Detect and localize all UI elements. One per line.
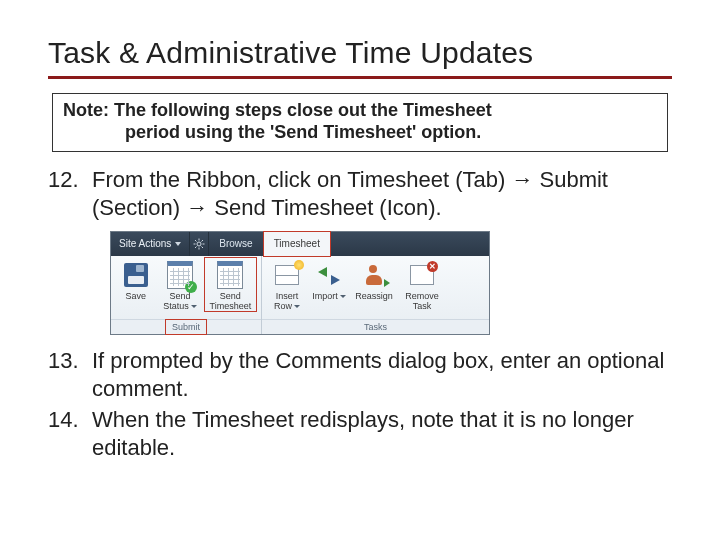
ribbon-tab-row: Site Actions Browse Timesheet bbox=[111, 232, 489, 256]
note-line-1: Note: The following steps close out the … bbox=[63, 100, 492, 120]
ribbon-screenshot: Site Actions Browse Timesheet bbox=[110, 231, 672, 335]
ribbon: Site Actions Browse Timesheet bbox=[110, 231, 490, 335]
tab-browse-label: Browse bbox=[219, 238, 252, 251]
send-status-label: Send Status bbox=[163, 292, 197, 311]
note-line-2: period using the 'Send Timesheet' option… bbox=[63, 122, 657, 144]
remove-task-label: Remove Task bbox=[405, 292, 439, 311]
floppy-icon bbox=[121, 260, 151, 290]
save-label: Save bbox=[125, 292, 146, 301]
group-submit-title: Submit bbox=[111, 319, 261, 334]
dropdown-icon bbox=[191, 305, 197, 308]
dropdown-icon bbox=[340, 295, 346, 298]
remove-task-icon: ✕ bbox=[407, 260, 437, 290]
step-number: 12. bbox=[48, 166, 92, 221]
group-submit-title-label: Submit bbox=[172, 322, 200, 332]
steps-list: 12. From the Ribbon, click on Timesheet … bbox=[48, 166, 672, 461]
send-timesheet-button[interactable]: Send Timesheet bbox=[204, 258, 257, 311]
step-text: If prompted by the Comments dialog box, … bbox=[92, 347, 672, 402]
group-tasks-buttons: Insert Row Import Reassign ✕ bbox=[262, 256, 489, 319]
tab-browse[interactable]: Browse bbox=[209, 232, 262, 256]
gear-icon bbox=[193, 238, 205, 250]
step-number: 13. bbox=[48, 347, 92, 402]
step-number: 14. bbox=[48, 406, 92, 461]
tab-timesheet[interactable]: Timesheet bbox=[263, 232, 331, 256]
svg-point-0 bbox=[197, 242, 201, 246]
insert-row-label: Insert Row bbox=[274, 292, 300, 311]
import-button[interactable]: Import bbox=[308, 258, 350, 301]
svg-line-7 bbox=[195, 247, 197, 249]
group-submit-buttons: Save ✓ Send Status Send Timesheet bbox=[111, 256, 261, 319]
note-prefix: Note: bbox=[63, 100, 109, 120]
site-actions-menu[interactable]: Site Actions bbox=[111, 232, 190, 256]
step-13: 13. If prompted by the Comments dialog b… bbox=[48, 347, 672, 402]
group-submit: Save ✓ Send Status Send Timesheet bbox=[111, 256, 262, 334]
slide: Task & Administrative Time Updates Note:… bbox=[0, 0, 720, 540]
note-line1-rest: The following steps close out the Timesh… bbox=[109, 100, 492, 120]
import-icon bbox=[314, 260, 344, 290]
import-label: Import bbox=[312, 292, 346, 301]
svg-line-6 bbox=[202, 247, 204, 249]
page-title: Task & Administrative Time Updates bbox=[48, 36, 672, 79]
reassign-button[interactable]: Reassign bbox=[350, 258, 398, 301]
remove-task-button[interactable]: ✕ Remove Task bbox=[398, 258, 446, 311]
insert-row-button[interactable]: Insert Row bbox=[266, 258, 308, 311]
group-tasks-title: Tasks bbox=[262, 319, 489, 334]
reassign-label: Reassign bbox=[355, 292, 393, 301]
save-button[interactable]: Save bbox=[115, 258, 156, 301]
svg-line-8 bbox=[202, 240, 204, 242]
dropdown-icon bbox=[175, 242, 181, 246]
site-actions-label: Site Actions bbox=[119, 238, 171, 251]
step-text: From the Ribbon, click on Timesheet (Tab… bbox=[92, 166, 672, 221]
step-text: When the Timesheet redisplays, note that… bbox=[92, 406, 672, 461]
note-box: Note: The following steps close out the … bbox=[52, 93, 668, 152]
send-timesheet-label: Send Timesheet bbox=[210, 292, 252, 311]
calendar-check-icon: ✓ bbox=[165, 260, 195, 290]
svg-line-5 bbox=[195, 240, 197, 242]
group-tasks: Insert Row Import Reassign ✕ bbox=[262, 256, 489, 334]
reassign-icon bbox=[359, 260, 389, 290]
insert-row-icon bbox=[272, 260, 302, 290]
site-settings-button[interactable] bbox=[190, 232, 209, 256]
dropdown-icon bbox=[294, 305, 300, 308]
send-status-button[interactable]: ✓ Send Status bbox=[156, 258, 203, 311]
step-12: 12. From the Ribbon, click on Timesheet … bbox=[48, 166, 672, 221]
step-14: 14. When the Timesheet redisplays, note … bbox=[48, 406, 672, 461]
ribbon-body: Save ✓ Send Status Send Timesheet bbox=[111, 256, 489, 334]
tab-timesheet-label: Timesheet bbox=[274, 238, 320, 251]
calendar-send-icon bbox=[215, 260, 245, 290]
